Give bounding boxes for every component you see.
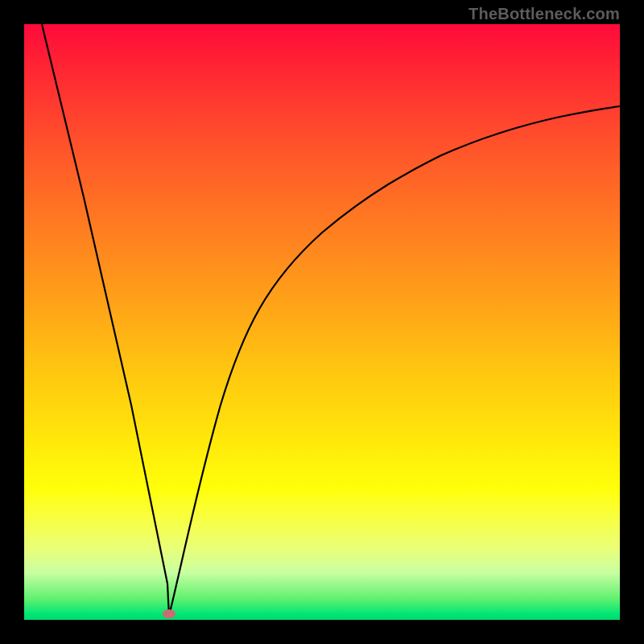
curve-left-segment <box>42 24 169 616</box>
watermark-text: TheBottleneck.com <box>469 5 620 23</box>
chart-frame: TheBottleneck.com <box>0 0 644 644</box>
cusp-marker <box>163 609 175 618</box>
curve-right-segment <box>169 106 620 616</box>
plot-area <box>24 24 620 620</box>
curve-svg <box>24 24 620 620</box>
